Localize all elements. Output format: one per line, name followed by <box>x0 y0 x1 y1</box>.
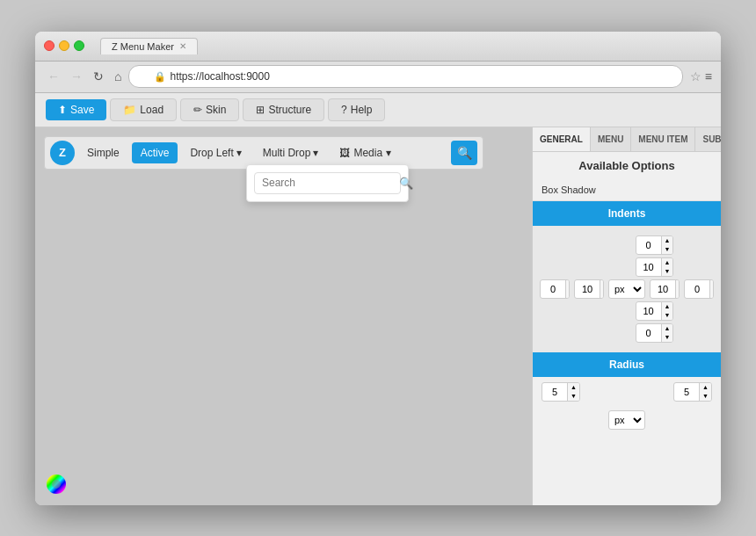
indents-header: Indents <box>533 201 721 226</box>
search-icon: 🔍 <box>457 146 472 160</box>
save-button[interactable]: ⬆ Save <box>46 99 106 120</box>
tab-general[interactable]: GENERAL <box>533 127 591 151</box>
structure-icon: ⊞ <box>256 104 265 116</box>
help-button[interactable]: ? Help <box>328 98 385 121</box>
box-shadow-row: Box Shadow <box>533 179 721 201</box>
radius-header: Radius <box>533 352 721 377</box>
available-options-title: Available Options <box>533 152 721 179</box>
unit-select[interactable]: px em % <box>608 279 645 299</box>
indent-midtop-up[interactable]: ▲ <box>662 258 673 267</box>
panel-tabs: GENERAL MENU MENU ITEM SUB SL <box>533 127 721 152</box>
indent-midbottom-input[interactable]: ▲ ▼ <box>636 301 674 321</box>
browser-window: Z Menu Maker ✕ ← → ↻ ⌂ 🔒 https://localho… <box>35 32 721 505</box>
home-button[interactable]: ⌂ <box>111 68 125 85</box>
indent-mid-top-row: ▲ ▼ <box>540 257 714 277</box>
indent-right-input[interactable]: ▲ ▼ <box>684 279 714 299</box>
indent-center-row: ▲ ▼ ▲ ▼ px e <box>540 279 714 299</box>
maximize-button[interactable] <box>74 40 84 51</box>
indent-right-up[interactable]: ▲ <box>710 280 714 289</box>
menu-icon[interactable]: ≡ <box>705 69 712 83</box>
tab-bar: Z Menu Maker ✕ <box>100 38 712 54</box>
indent-mid-bottom-row: ▲ ▼ <box>540 301 714 321</box>
save-icon: ⬆ <box>58 104 67 116</box>
save-label: Save <box>70 104 94 116</box>
search-input[interactable] <box>262 177 394 189</box>
lock-icon: 🔒 <box>154 71 166 83</box>
forward-button[interactable]: → <box>67 68 86 85</box>
radius-row: ▲ ▼ ▲ ▼ <box>533 377 721 407</box>
structure-button[interactable]: ⊞ Structure <box>243 98 324 121</box>
structure-label: Structure <box>268 104 311 116</box>
indent-grid: ▲ ▼ ▲ ▼ <box>533 226 721 352</box>
menu-search-toggle-button[interactable]: 🔍 <box>451 141 477 165</box>
menu-simple-button[interactable]: Simple <box>78 142 128 163</box>
nav-bar: ← → ↻ ⌂ 🔒 https://localhost:9000 ☆ ≡ <box>35 62 721 93</box>
chevron-down-icon: ▾ <box>313 147 318 159</box>
indent-top-down[interactable]: ▼ <box>662 245 673 254</box>
indent-midtop-down[interactable]: ▼ <box>662 267 673 276</box>
indent-top-input[interactable]: ▲ ▼ <box>636 235 674 255</box>
indent-midtop-input[interactable]: ▲ ▼ <box>636 257 674 277</box>
url-bar[interactable]: 🔒 https://localhost:9000 <box>128 65 682 88</box>
radius-unit-select[interactable]: px em % <box>608 410 645 430</box>
tab-sub[interactable]: SUB <box>695 127 721 151</box>
skin-button[interactable]: ✏ Skin <box>180 98 239 121</box>
chevron-down-icon: ▾ <box>236 147 242 159</box>
load-button[interactable]: 📁 Load <box>110 98 177 121</box>
menu-multidrop-button[interactable]: Multi Drop ▾ <box>254 142 328 163</box>
url-text: https://localhost:9000 <box>170 70 269 83</box>
panel-content: Available Options Box Shadow Indents ▲ <box>533 152 721 505</box>
indent-top-row: ▲ ▼ <box>540 235 714 255</box>
load-label: Load <box>140 104 164 116</box>
close-button[interactable] <box>44 40 55 51</box>
indent-left-up[interactable]: ▲ <box>566 280 570 289</box>
help-label: Help <box>351 104 373 116</box>
bookmark-icon[interactable]: ☆ <box>690 69 701 83</box>
tab-title: Z Menu Maker <box>112 41 174 52</box>
load-icon: 📁 <box>123 104 136 116</box>
reload-button[interactable]: ↻ <box>90 68 107 85</box>
search-dropdown: 🔍 <box>246 164 409 202</box>
tab-menu[interactable]: MENU <box>591 127 631 151</box>
indent-inner-left-input[interactable]: ▲ ▼ <box>574 279 604 299</box>
media-icon: 🖼 <box>339 147 350 159</box>
indent-left-input[interactable]: ▲ ▼ <box>540 279 570 299</box>
tab-menu-item[interactable]: MENU ITEM <box>631 127 695 151</box>
app-toolbar: ⬆ Save 📁 Load ✏ Skin ⊞ Structure ? Help <box>35 93 721 127</box>
traffic-lights <box>44 40 84 51</box>
color-wheel[interactable] <box>46 474 67 495</box>
search-inner-icon: 🔍 <box>399 177 413 190</box>
title-bar: Z Menu Maker ✕ <box>35 32 721 62</box>
radius-left-input[interactable]: ▲ ▼ <box>542 382 580 402</box>
menu-dropleft-button[interactable]: Drop Left ▾ <box>181 142 250 163</box>
skin-label: Skin <box>206 104 226 116</box>
radius-right-input[interactable]: ▲ ▼ <box>673 382 712 402</box>
search-field: 🔍 <box>254 172 401 194</box>
chevron-down-icon: ▾ <box>386 147 391 159</box>
canvas-area: Z Simple Active Drop Left ▾ Multi Drop ▾… <box>35 127 532 505</box>
box-shadow-label: Box Shadow <box>542 185 596 195</box>
svg-point-1 <box>52 480 61 489</box>
skin-icon: ✏ <box>193 104 202 116</box>
browser-tab[interactable]: Z Menu Maker ✕ <box>100 38 198 54</box>
back-button[interactable]: ← <box>44 68 63 85</box>
indent-top-up[interactable]: ▲ <box>662 236 673 245</box>
tab-close-icon[interactable]: ✕ <box>179 41 186 51</box>
indent-bottom-row: ▲ ▼ <box>540 323 714 343</box>
help-icon: ? <box>341 104 347 116</box>
menu-logo: Z <box>50 141 75 165</box>
menu-media-button[interactable]: 🖼 Media ▾ <box>331 142 400 163</box>
indent-right-down[interactable]: ▼ <box>710 289 714 298</box>
indent-left-down[interactable]: ▼ <box>566 289 570 298</box>
right-panel: GENERAL MENU MENU ITEM SUB SL Available … <box>532 127 721 505</box>
indent-bottom-input[interactable]: ▲ ▼ <box>636 323 674 343</box>
main-content: Z Simple Active Drop Left ▾ Multi Drop ▾… <box>35 127 721 505</box>
indent-inner-right-input[interactable]: ▲ ▼ <box>650 279 680 299</box>
minimize-button[interactable] <box>59 40 69 51</box>
radius-unit-row: px em % <box>533 407 721 435</box>
menu-active-button[interactable]: Active <box>132 142 178 163</box>
